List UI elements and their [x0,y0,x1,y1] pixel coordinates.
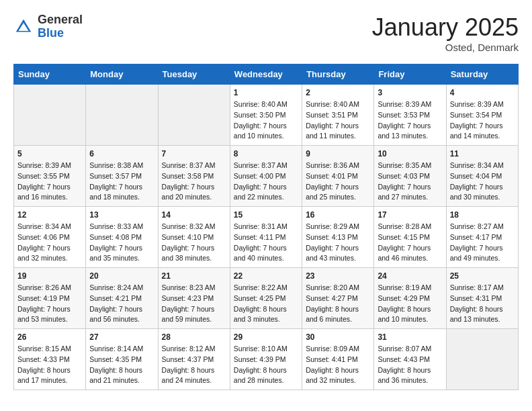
day-number: 19 [17,271,82,281]
day-info: Sunrise: 8:17 AM Sunset: 4:31 PM Dayligh… [450,283,515,325]
day-number: 5 [17,149,82,158]
day-cell: 27Sunrise: 8:14 AM Sunset: 4:35 PM Dayli… [86,329,158,390]
weekday-header-monday: Monday [86,64,158,85]
day-number: 9 [306,149,370,158]
day-number: 10 [378,149,442,158]
day-cell [86,85,158,146]
day-number: 20 [89,271,154,281]
day-info: Sunrise: 8:22 AM Sunset: 4:25 PM Dayligh… [234,283,298,325]
day-cell [446,329,518,390]
day-number: 30 [306,332,370,342]
logo-text: General Blue [38,13,83,40]
week-row-4: 19Sunrise: 8:26 AM Sunset: 4:19 PM Dayli… [14,268,519,329]
day-cell: 19Sunrise: 8:26 AM Sunset: 4:19 PM Dayli… [14,268,86,329]
day-cell: 8Sunrise: 8:37 AM Sunset: 4:00 PM Daylig… [230,146,302,207]
weekday-header-row: SundayMondayTuesdayWednesdayThursdayFrid… [14,64,519,85]
day-number: 4 [450,88,515,97]
day-number: 22 [234,271,298,281]
day-info: Sunrise: 8:12 AM Sunset: 4:37 PM Dayligh… [162,344,226,386]
calendar-table: SundayMondayTuesdayWednesdayThursdayFrid… [13,64,519,390]
day-cell: 29Sunrise: 8:10 AM Sunset: 4:39 PM Dayli… [230,329,302,390]
day-info: Sunrise: 8:20 AM Sunset: 4:27 PM Dayligh… [306,283,370,325]
logo-general-text: General [38,13,83,27]
weekday-header-friday: Friday [374,64,446,85]
day-info: Sunrise: 8:26 AM Sunset: 4:19 PM Dayligh… [17,283,82,325]
day-cell: 5Sunrise: 8:39 AM Sunset: 3:55 PM Daylig… [14,146,86,207]
weekday-header-wednesday: Wednesday [230,64,302,85]
day-info: Sunrise: 8:38 AM Sunset: 3:57 PM Dayligh… [89,161,154,203]
day-info: Sunrise: 8:37 AM Sunset: 3:58 PM Dayligh… [162,161,226,203]
day-info: Sunrise: 8:34 AM Sunset: 4:04 PM Dayligh… [450,161,515,203]
day-cell: 10Sunrise: 8:35 AM Sunset: 4:03 PM Dayli… [374,146,446,207]
day-number: 23 [306,271,370,281]
day-cell: 24Sunrise: 8:19 AM Sunset: 4:29 PM Dayli… [374,268,446,329]
day-cell: 30Sunrise: 8:09 AM Sunset: 4:41 PM Dayli… [302,329,374,390]
day-info: Sunrise: 8:28 AM Sunset: 4:15 PM Dayligh… [378,222,442,264]
day-info: Sunrise: 8:15 AM Sunset: 4:33 PM Dayligh… [17,344,82,386]
day-info: Sunrise: 8:27 AM Sunset: 4:17 PM Dayligh… [450,222,515,264]
day-number: 29 [234,332,298,342]
day-info: Sunrise: 8:37 AM Sunset: 4:00 PM Dayligh… [234,161,298,203]
day-number: 1 [234,88,298,97]
day-number: 25 [450,271,515,281]
month-title: January 2025 [372,13,519,42]
day-number: 6 [89,149,154,158]
day-info: Sunrise: 8:10 AM Sunset: 4:39 PM Dayligh… [234,344,298,386]
day-info: Sunrise: 8:34 AM Sunset: 4:06 PM Dayligh… [17,222,82,264]
day-info: Sunrise: 8:33 AM Sunset: 4:08 PM Dayligh… [89,222,154,264]
weekday-header-tuesday: Tuesday [158,64,230,85]
week-row-5: 26Sunrise: 8:15 AM Sunset: 4:33 PM Dayli… [14,329,519,390]
day-number: 21 [162,271,226,281]
weekday-header-thursday: Thursday [302,64,374,85]
day-cell: 9Sunrise: 8:36 AM Sunset: 4:01 PM Daylig… [302,146,374,207]
day-info: Sunrise: 8:09 AM Sunset: 4:41 PM Dayligh… [306,344,370,386]
day-cell: 2Sunrise: 8:40 AM Sunset: 3:51 PM Daylig… [302,85,374,146]
day-info: Sunrise: 8:40 AM Sunset: 3:50 PM Dayligh… [234,99,298,142]
weekday-header-saturday: Saturday [446,64,518,85]
logo-icon [13,17,34,37]
day-cell: 17Sunrise: 8:28 AM Sunset: 4:15 PM Dayli… [374,207,446,268]
day-cell: 4Sunrise: 8:39 AM Sunset: 3:54 PM Daylig… [446,85,518,146]
day-number: 31 [378,332,442,342]
page-header: General Blue January 2025 Osted, Denmark [13,13,519,53]
day-number: 17 [378,210,442,220]
day-cell [14,85,86,146]
day-info: Sunrise: 8:31 AM Sunset: 4:11 PM Dayligh… [234,222,298,264]
day-cell: 18Sunrise: 8:27 AM Sunset: 4:17 PM Dayli… [446,207,518,268]
week-row-2: 5Sunrise: 8:39 AM Sunset: 3:55 PM Daylig… [14,146,519,207]
weekday-header-sunday: Sunday [14,64,86,85]
day-info: Sunrise: 8:07 AM Sunset: 4:43 PM Dayligh… [378,344,442,386]
week-row-3: 12Sunrise: 8:34 AM Sunset: 4:06 PM Dayli… [14,207,519,268]
day-number: 28 [162,332,226,342]
day-cell: 25Sunrise: 8:17 AM Sunset: 4:31 PM Dayli… [446,268,518,329]
day-cell: 15Sunrise: 8:31 AM Sunset: 4:11 PM Dayli… [230,207,302,268]
day-cell: 22Sunrise: 8:22 AM Sunset: 4:25 PM Dayli… [230,268,302,329]
day-number: 7 [162,149,226,158]
day-cell: 28Sunrise: 8:12 AM Sunset: 4:37 PM Dayli… [158,329,230,390]
day-cell [158,85,230,146]
day-info: Sunrise: 8:19 AM Sunset: 4:29 PM Dayligh… [378,283,442,325]
day-number: 3 [378,88,442,97]
day-info: Sunrise: 8:35 AM Sunset: 4:03 PM Dayligh… [378,161,442,203]
day-number: 18 [450,210,515,220]
day-number: 26 [17,332,82,342]
day-number: 12 [17,210,82,220]
day-cell: 26Sunrise: 8:15 AM Sunset: 4:33 PM Dayli… [14,329,86,390]
day-number: 2 [306,88,370,97]
location: Osted, Denmark [372,42,519,53]
day-number: 15 [234,210,298,220]
day-cell: 6Sunrise: 8:38 AM Sunset: 3:57 PM Daylig… [86,146,158,207]
day-cell: 7Sunrise: 8:37 AM Sunset: 3:58 PM Daylig… [158,146,230,207]
day-info: Sunrise: 8:39 AM Sunset: 3:53 PM Dayligh… [378,99,442,142]
day-info: Sunrise: 8:39 AM Sunset: 3:54 PM Dayligh… [450,99,515,142]
day-info: Sunrise: 8:23 AM Sunset: 4:23 PM Dayligh… [162,283,226,325]
day-cell: 23Sunrise: 8:20 AM Sunset: 4:27 PM Dayli… [302,268,374,329]
day-info: Sunrise: 8:40 AM Sunset: 3:51 PM Dayligh… [306,99,370,142]
day-cell: 13Sunrise: 8:33 AM Sunset: 4:08 PM Dayli… [86,207,158,268]
day-info: Sunrise: 8:32 AM Sunset: 4:10 PM Dayligh… [162,222,226,264]
day-info: Sunrise: 8:36 AM Sunset: 4:01 PM Dayligh… [306,161,370,203]
day-number: 16 [306,210,370,220]
day-cell: 11Sunrise: 8:34 AM Sunset: 4:04 PM Dayli… [446,146,518,207]
day-info: Sunrise: 8:24 AM Sunset: 4:21 PM Dayligh… [89,283,154,325]
day-number: 14 [162,210,226,220]
